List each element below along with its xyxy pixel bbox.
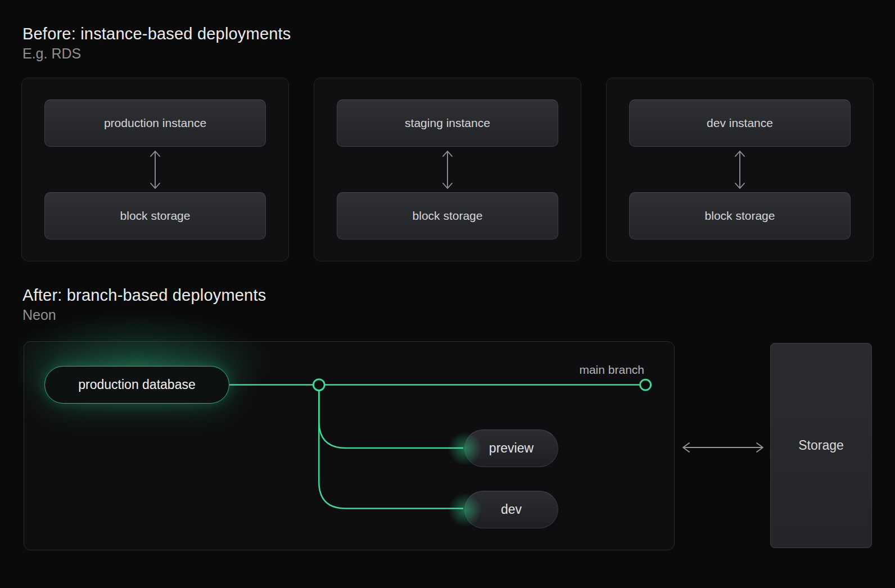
dev-instance-box: dev instance [629, 99, 851, 147]
storage-box: Storage [770, 343, 872, 548]
production-database-pill: production database [44, 366, 229, 404]
before-cards-row: production instance block storage stagin… [21, 78, 874, 261]
staging-instance-box: staging instance [337, 99, 558, 147]
vertical-double-arrow-icon [148, 149, 162, 191]
main-branch-label: main branch [579, 363, 644, 377]
block-storage-box: block storage [629, 192, 851, 239]
production-instance-box: production instance [44, 99, 266, 147]
before-section-title: Before: instance-based deployments [22, 0, 895, 43]
dev-branch-pill: dev [464, 491, 558, 528]
after-section-subtitle: Neon [22, 307, 895, 323]
block-storage-box: block storage [44, 192, 266, 239]
after-diagram: production database main branch preview … [0, 341, 895, 566]
horizontal-double-arrow-icon [681, 440, 765, 455]
preview-branch-label: preview [489, 441, 534, 456]
vertical-double-arrow-icon [733, 149, 747, 191]
main-branch-endpoint-circle [640, 379, 651, 390]
before-section-subtitle: E.g. RDS [22, 46, 895, 62]
branch-diagram-container: production database main branch preview … [24, 341, 675, 550]
dev-branch-label: dev [501, 502, 522, 517]
preview-branch-line [319, 385, 463, 448]
deployment-card-dev: dev instance block storage [606, 78, 874, 261]
preview-branch-pill: preview [464, 429, 558, 467]
after-section-title: After: branch-based deployments [22, 286, 895, 305]
deployment-card-staging: staging instance block storage [314, 78, 581, 261]
fork-node-circle [313, 379, 324, 391]
block-storage-box: block storage [337, 192, 558, 239]
dev-branch-line [319, 385, 463, 509]
vertical-double-arrow-icon [440, 149, 455, 191]
deployment-card-production: production instance block storage [21, 78, 289, 261]
